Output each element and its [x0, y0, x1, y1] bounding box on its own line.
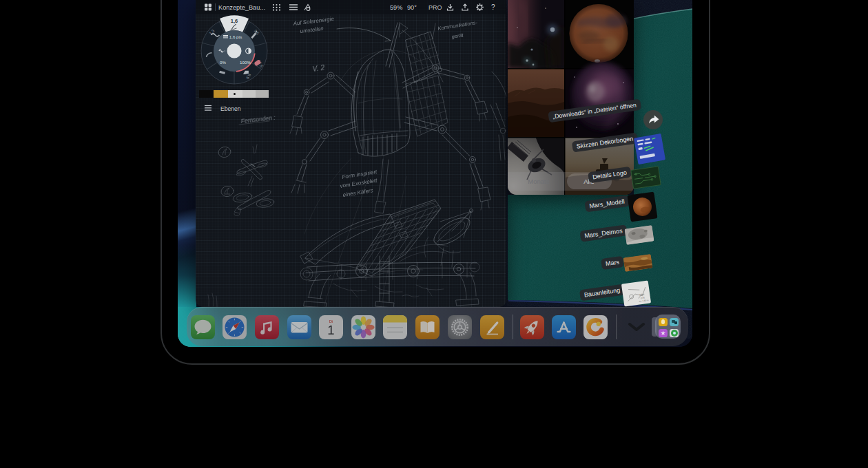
svg-text:eines Käfers: eines Käfers: [342, 187, 373, 198]
svg-text:gerät: gerät: [451, 32, 464, 40]
svg-text:umstellen: umstellen: [300, 25, 324, 34]
svg-text:2,80: 2,80: [639, 292, 644, 296]
svg-text:90°: 90°: [407, 4, 417, 11]
svg-text:PRO: PRO: [428, 4, 442, 11]
svg-text:Monate: Monate: [528, 178, 549, 185]
svg-text:100%: 100%: [240, 60, 251, 65]
svg-text:1: 1: [327, 323, 334, 337]
svg-text:V. 2: V. 2: [312, 63, 326, 73]
svg-text:Ebenen: Ebenen: [220, 105, 241, 112]
svg-text:0%: 0%: [220, 60, 226, 65]
svg-text:1,6 pts: 1,6 pts: [229, 34, 242, 39]
svg-text:?: ?: [491, 3, 495, 11]
svg-text:Fernsonden :: Fernsonden :: [240, 114, 276, 125]
svg-text:Konzepte_Bau...: Konzepte_Bau...: [218, 4, 265, 11]
svg-text:59%: 59%: [390, 4, 402, 11]
svg-text:1,6: 1,6: [231, 18, 238, 24]
svg-text:Kommunikations-: Kommunikations-: [437, 19, 478, 32]
svg-text:Auf Solarenergie: Auf Solarenergie: [292, 16, 335, 27]
